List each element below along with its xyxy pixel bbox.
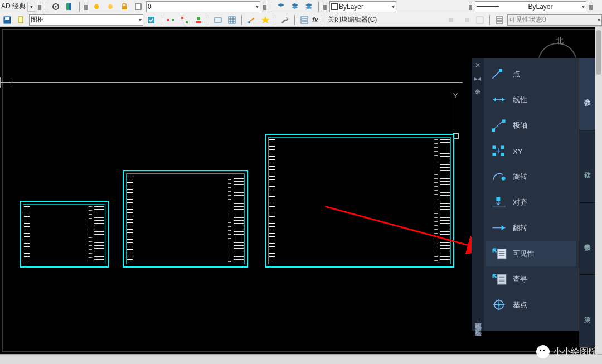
color-combo[interactable]: ByLayer ▾ bbox=[329, 1, 396, 12]
linetype-combo[interactable]: ByLayer ▾ bbox=[475, 1, 586, 12]
gear-icon[interactable] bbox=[50, 1, 62, 12]
palette-item-point[interactable]: 点 bbox=[486, 61, 576, 87]
wrench-icon[interactable] bbox=[279, 14, 291, 26]
svg-rect-13 bbox=[172, 19, 174, 21]
block-list-icon[interactable] bbox=[298, 14, 310, 26]
palette-item-flip[interactable]: 翻转 bbox=[486, 215, 576, 241]
palette-item-label: 极轴 bbox=[513, 120, 527, 130]
palette-item-rotate[interactable]: 旋转 bbox=[486, 164, 576, 190]
linear-icon bbox=[491, 91, 507, 108]
palette-item-xy[interactable]: XY bbox=[486, 138, 576, 164]
visibility-state-combo[interactable]: 可见性状态0 ▾ bbox=[507, 14, 602, 26]
block-paste-icon[interactable] bbox=[15, 14, 27, 26]
palette-tab-constraints[interactable]: 约束 bbox=[579, 275, 595, 347]
svg-point-4 bbox=[94, 4, 99, 9]
origin-marker bbox=[0, 77, 12, 88]
status-bar bbox=[0, 354, 602, 364]
toolbar-grip[interactable] bbox=[84, 2, 88, 12]
svg-rect-17 bbox=[197, 17, 200, 20]
palette-item-label: 可见性 bbox=[513, 249, 535, 259]
svg-rect-3 bbox=[69, 3, 71, 10]
close-block-editor-button[interactable]: 关闭块编辑器(C) bbox=[326, 15, 380, 25]
block-save-icon[interactable] bbox=[145, 14, 157, 26]
layer-states-icon-1[interactable] bbox=[275, 1, 287, 12]
svg-point-34 bbox=[502, 177, 506, 181]
toolbar-grip[interactable] bbox=[38, 2, 41, 12]
palette-collapse-icon[interactable]: ▸◂ bbox=[474, 75, 481, 82]
drawing-frame-small[interactable] bbox=[20, 201, 109, 268]
save-block-icon[interactable] bbox=[1, 14, 13, 26]
sun-freeze-icon[interactable] bbox=[104, 1, 116, 12]
vis-tool-icon-2[interactable] bbox=[460, 14, 472, 26]
basepoint-icon bbox=[491, 297, 507, 313]
table-icon[interactable] bbox=[226, 14, 238, 26]
svg-rect-31 bbox=[492, 153, 496, 156]
svg-rect-32 bbox=[501, 146, 504, 149]
layer-color-icon[interactable] bbox=[132, 1, 144, 12]
svg-rect-16 bbox=[196, 21, 201, 23]
palette-item-label: 点 bbox=[513, 69, 520, 79]
svg-rect-35 bbox=[496, 197, 500, 201]
palette-item-polar[interactable]: 极轴 bbox=[486, 113, 576, 138]
svg-rect-10 bbox=[18, 17, 23, 23]
toolbar-grip[interactable] bbox=[263, 2, 266, 12]
layer-manager-icon[interactable] bbox=[64, 1, 76, 12]
y-axis-label: Y bbox=[453, 92, 458, 100]
palette-close-icon[interactable]: ✕ bbox=[475, 61, 480, 69]
svg-rect-6 bbox=[122, 6, 127, 9]
palette-item-label: 查寻 bbox=[513, 274, 527, 284]
block-tool-icon-1[interactable] bbox=[164, 14, 177, 26]
svg-rect-29 bbox=[502, 120, 506, 123]
color-combo-value: ByLayer bbox=[339, 3, 363, 11]
action-icon[interactable] bbox=[259, 14, 271, 26]
palette-item-lookup[interactable]: 查寻 bbox=[486, 266, 576, 292]
lookup-icon bbox=[491, 271, 507, 288]
palette-tab-params[interactable]: 参数 bbox=[579, 58, 595, 130]
block-name-value: 图框 bbox=[31, 15, 44, 25]
axis-line bbox=[0, 82, 463, 83]
layer-states-icon-2[interactable] bbox=[289, 1, 301, 12]
layer-lock-icon[interactable] bbox=[118, 1, 130, 12]
vis-tool-icon-3[interactable] bbox=[474, 14, 486, 26]
svg-rect-30 bbox=[492, 146, 496, 149]
palette-item-align[interactable]: 对齐 bbox=[486, 190, 576, 215]
toolbar-grip[interactable] bbox=[589, 2, 593, 12]
workspace-dropdown[interactable]: ▾ bbox=[27, 2, 35, 12]
palette-item-visibility[interactable]: 可见性 bbox=[486, 241, 576, 266]
toolbar-grip[interactable] bbox=[323, 2, 327, 12]
point-icon bbox=[491, 66, 507, 82]
workspace-label: AD 经典 bbox=[1, 2, 26, 11]
block-authoring-palette: ✕ ▸◂ ❋ 块编写选项板 - 所有选项板 点 线性 极轴 XY 旋转 对齐 翻… bbox=[484, 58, 579, 331]
drawing-frame-medium[interactable] bbox=[123, 170, 248, 268]
svg-point-39 bbox=[498, 304, 501, 307]
fx-label: fx bbox=[312, 16, 318, 24]
drawing-frame-large[interactable] bbox=[265, 134, 454, 268]
svg-rect-18 bbox=[215, 18, 221, 22]
svg-rect-22 bbox=[449, 18, 453, 22]
block-tool-icon-2[interactable] bbox=[178, 14, 191, 26]
align-icon bbox=[491, 194, 507, 211]
vertical-scrollbar[interactable] bbox=[595, 27, 602, 354]
block-tool-icon-3[interactable] bbox=[192, 14, 205, 26]
palette-tab-actions[interactable]: 动作 bbox=[579, 130, 595, 203]
palette-item-linear[interactable]: 线性 bbox=[486, 87, 576, 113]
polar-icon bbox=[491, 117, 507, 134]
constraint-icon[interactable] bbox=[245, 14, 258, 26]
palette-pin-icon[interactable]: ❋ bbox=[475, 88, 480, 96]
layer-combo[interactable]: 0 ▾ bbox=[146, 1, 260, 12]
palette-item-basepoint[interactable]: 基点 bbox=[486, 292, 576, 318]
param-icon[interactable] bbox=[212, 14, 224, 26]
svg-rect-36 bbox=[498, 249, 506, 259]
flip-icon bbox=[491, 220, 507, 236]
layer-states-icon-3[interactable] bbox=[303, 1, 315, 12]
svg-rect-28 bbox=[492, 129, 495, 132]
sun-on-icon[interactable] bbox=[90, 1, 103, 12]
block-name-combo[interactable]: 图框 ▾ bbox=[29, 14, 143, 26]
vis-tool-icon-1[interactable] bbox=[446, 14, 458, 26]
vis-states-icon[interactable] bbox=[493, 14, 506, 26]
svg-rect-14 bbox=[181, 17, 183, 19]
toolbar-grip[interactable] bbox=[469, 2, 472, 12]
svg-rect-15 bbox=[186, 21, 188, 23]
svg-rect-9 bbox=[5, 17, 9, 20]
palette-tab-paramsets[interactable]: 参数集 bbox=[579, 203, 595, 275]
